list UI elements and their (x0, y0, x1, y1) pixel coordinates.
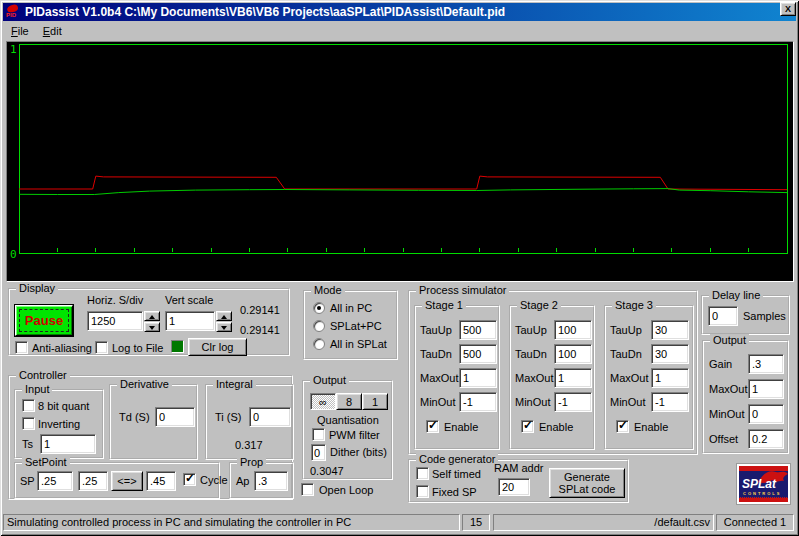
sp-swap-button[interactable]: <=> (111, 471, 143, 491)
offset-label: Offset (709, 433, 738, 445)
stage2-enable-checkbox[interactable] (521, 420, 534, 433)
status-count: 15 (462, 514, 490, 531)
y-min-label: 0 (10, 248, 17, 261)
delay-line-title: Delay line (709, 289, 763, 301)
maxout-label: MaxOut (709, 383, 748, 395)
mode-splat-pc-radio[interactable] (313, 320, 325, 332)
mode-all-in-pc-label: All in PC (330, 302, 372, 314)
mode-all-in-pc-radio[interactable] (313, 302, 325, 314)
log-to-file-label: Log to File (112, 342, 163, 354)
taudn-label: TauDn (420, 348, 452, 360)
open-loop-checkbox[interactable] (301, 483, 314, 496)
pwm-filter-checkbox[interactable] (312, 428, 325, 441)
pause-button[interactable]: Pause (15, 305, 73, 336)
red-trace (19, 176, 787, 190)
stage1-maxout-input[interactable] (459, 368, 497, 388)
enable-label: Enable (444, 421, 478, 433)
trend-plot-panel: 10 (6, 41, 794, 282)
mode-all-in-splat-radio[interactable] (313, 338, 325, 350)
ram-addr-label: RAM addr (494, 462, 544, 474)
generate-splat-code-button[interactable]: Generate SPLat code (549, 468, 625, 498)
spin-down-icon[interactable] (216, 322, 232, 332)
gain-input[interactable] (748, 354, 784, 374)
dither-input[interactable] (311, 444, 326, 461)
8bit-quant-label: 8 bit quant (38, 400, 89, 412)
sp-low-input[interactable] (78, 471, 108, 491)
log-indicator (171, 340, 184, 353)
stage1-minout-input[interactable] (459, 392, 497, 412)
td-input[interactable] (155, 407, 195, 427)
8bit-quant-checkbox[interactable] (22, 399, 35, 412)
menu-edit[interactable]: Edit (37, 23, 68, 39)
inverting-checkbox[interactable] (22, 417, 35, 430)
stage1-taudn-input[interactable] (459, 344, 497, 364)
logo-stripe-bottom (739, 497, 788, 502)
stage2-maxout-input[interactable] (554, 368, 592, 388)
stage1-tauup-input[interactable] (459, 320, 497, 340)
sim-output-group: Output Gain MaxOut MinOut Offset (702, 340, 789, 454)
mode-all-in-splat-label: All in SPLat (330, 338, 387, 350)
ram-addr-input[interactable] (498, 478, 530, 496)
sp-high-input[interactable] (146, 471, 176, 491)
spin-down-icon[interactable] (144, 322, 160, 332)
quant-1-button[interactable]: 1 (362, 393, 388, 410)
offset-input[interactable] (748, 429, 784, 449)
sp-input[interactable] (37, 471, 73, 491)
clr-log-button[interactable]: Clr log (188, 338, 247, 356)
sim-maxout-input[interactable] (748, 379, 784, 399)
process-simulator-title: Process simulator (416, 284, 509, 296)
ts-input[interactable] (40, 434, 96, 454)
app-icon: PID (5, 5, 20, 20)
stage3-tauup-input[interactable] (651, 320, 689, 340)
log-to-file-checkbox[interactable] (95, 341, 108, 354)
spin-up-icon[interactable] (144, 311, 160, 321)
stage2-group: Stage 2 TauUp TauDn MaxOut MinOut Enable (509, 305, 595, 450)
stage3-maxout-input[interactable] (651, 368, 689, 388)
delay-line-group: Delay line Samples (701, 295, 790, 335)
stage2-minout-input[interactable] (554, 392, 592, 412)
minout-label: MinOut (420, 396, 455, 408)
integral-readout: 0.317 (235, 439, 263, 451)
logo-brand-text: SPLat (742, 477, 776, 491)
self-timed-checkbox[interactable] (416, 467, 429, 480)
taudn-label: TauDn (515, 348, 547, 360)
minout-label: MinOut (610, 396, 645, 408)
pwm-filter-label: PWM filter (329, 429, 380, 441)
quant-inf-button[interactable]: ∞ (310, 393, 336, 410)
samples-label: Samples (743, 310, 786, 322)
mode-splat-pc-label: SPLat+PC (330, 320, 382, 332)
vert-scale-spinner[interactable] (216, 311, 232, 332)
prop-group-title: Prop (237, 456, 266, 468)
ap-input[interactable] (254, 471, 288, 491)
quant-8-button[interactable]: 8 (336, 393, 362, 410)
delay-input[interactable] (708, 306, 738, 326)
title-bar[interactable]: PID PIDassist V1.0b4 C:\My Documents\VB6… (3, 3, 796, 21)
stage2-tauup-input[interactable] (554, 320, 592, 340)
sim-output-title: Output (710, 334, 749, 346)
stage1-group: Stage 1 TauUp TauDn MaxOut MinOut Enable (414, 305, 500, 450)
stage2-taudn-input[interactable] (554, 344, 592, 364)
stage1-enable-checkbox[interactable] (426, 420, 439, 433)
menu-file[interactable]: File (5, 23, 35, 39)
horiz-sdiv-input[interactable] (87, 311, 143, 331)
app-icon-label: PID (6, 12, 16, 18)
spin-up-icon[interactable] (216, 311, 232, 321)
cycle-checkbox[interactable] (183, 473, 196, 486)
stage3-minout-input[interactable] (651, 392, 689, 412)
stage3-enable-checkbox[interactable] (616, 420, 629, 433)
ti-label: Ti (S) (215, 411, 241, 423)
anti-aliasing-label: Anti-aliasing (32, 342, 92, 354)
fixed-sp-checkbox[interactable] (416, 485, 429, 498)
ti-input[interactable] (249, 407, 291, 427)
controller-output-group: Output ∞ 8 1 Quantisation PWM filter Dit… (302, 380, 393, 480)
close-button[interactable]: X (780, 2, 796, 16)
sim-minout-input[interactable] (748, 404, 784, 424)
anti-aliasing-checkbox[interactable] (15, 341, 28, 354)
stage3-taudn-input[interactable] (651, 344, 689, 364)
splat-logo-card: SPLat CONTROLS (739, 466, 788, 502)
horiz-sdiv-spinner[interactable] (144, 311, 160, 332)
vert-scale-input[interactable] (165, 311, 215, 331)
enable-label: Enable (539, 421, 573, 433)
controller-group: Controller Input 8 bit quant Inverting T… (8, 375, 293, 500)
sp-label: SP (20, 475, 35, 487)
